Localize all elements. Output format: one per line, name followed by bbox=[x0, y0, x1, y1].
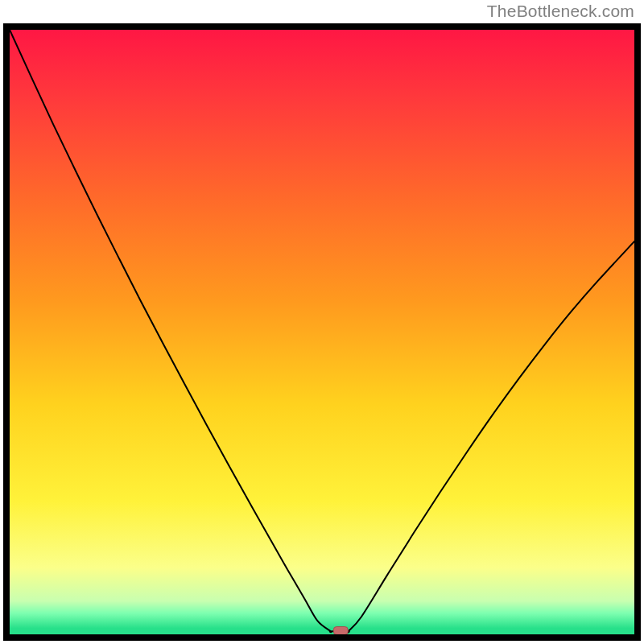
optimal-point-marker bbox=[333, 626, 348, 634]
watermark-text: TheBottleneck.com bbox=[487, 2, 634, 21]
plot-background bbox=[10, 30, 634, 634]
bottleneck-chart bbox=[0, 0, 644, 644]
chart-container: TheBottleneck.com bbox=[0, 0, 644, 644]
